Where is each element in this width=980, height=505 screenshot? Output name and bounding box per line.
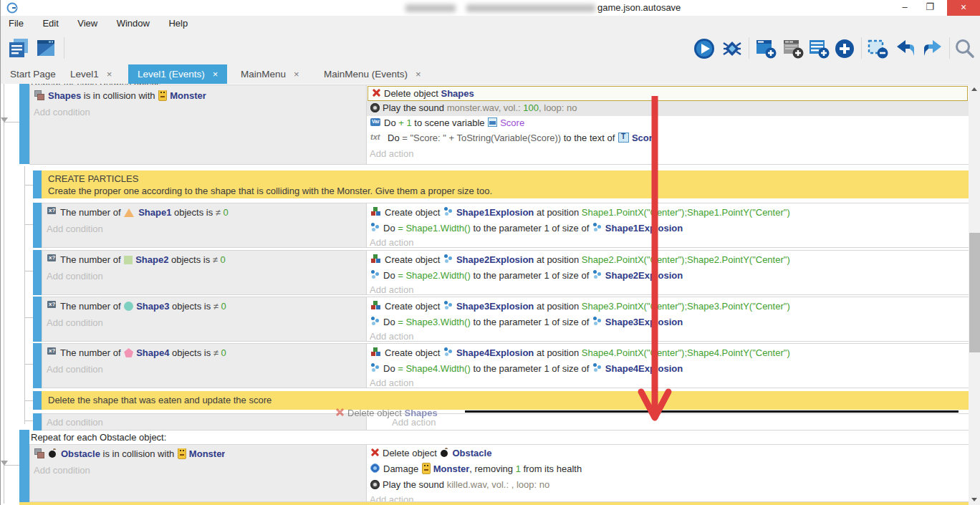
debug-icon[interactable] (721, 37, 744, 60)
action-row[interactable]: Damage Monster, removing 1 from its heal… (367, 462, 969, 477)
action-row-selected[interactable]: Delete object Shapes (368, 86, 968, 101)
add-condition-button[interactable]: Add condition (47, 223, 103, 234)
scroll-down-icon[interactable] (971, 498, 977, 501)
event-selection-bar[interactable] (33, 391, 42, 410)
add-action-button[interactable]: Add action (370, 377, 413, 388)
menu-bar: File Edit View Window Help (1, 16, 980, 32)
event-selection-bar[interactable] (33, 343, 42, 388)
action-row[interactable]: Delete object Obstacle (367, 446, 969, 461)
text-segment: ≠ (216, 207, 224, 218)
tab-level1-events[interactable]: Level1 (Events) × (128, 64, 227, 84)
menu-file[interactable]: File (1, 16, 32, 29)
condition-line[interactable]: The number of Shape1 objects is ≠ 0 (47, 207, 229, 220)
action-row[interactable]: Do = "Score: " + ToString(Variable(Score… (367, 131, 969, 146)
condition-line[interactable]: Obstacle is in collision with Monster (34, 448, 225, 461)
add-condition-button[interactable]: Add condition (34, 107, 90, 117)
monster-icon (422, 463, 431, 473)
scrollbar-thumb[interactable] (969, 233, 980, 352)
undo-icon[interactable] (894, 37, 917, 60)
event-selection-bar[interactable] (33, 170, 42, 198)
event-selection-bar[interactable] (33, 413, 42, 431)
add-comment-icon[interactable] (807, 37, 830, 60)
menu-edit[interactable]: Edit (34, 16, 66, 29)
add-action-button[interactable]: Add action (370, 148, 413, 159)
event-selection-bar[interactable] (33, 203, 42, 248)
event-selection-bar[interactable] (19, 430, 29, 505)
minimize-button[interactable]: – (894, 0, 916, 16)
action-row[interactable]: Do = Shape1.Width() to the parameter 1 o… (367, 221, 969, 236)
project-manager-icon[interactable] (8, 37, 29, 59)
action-row[interactable]: Create object Shape1Explosion at positio… (367, 206, 969, 221)
comment-block[interactable] (19, 502, 969, 505)
tab-start-page[interactable]: Start Page (1, 64, 65, 84)
add-condition-button[interactable]: Add condition (47, 417, 103, 428)
vertical-scrollbar[interactable] (969, 84, 980, 505)
add-circle-icon[interactable] (833, 37, 856, 60)
restore-button[interactable]: ❐ (919, 0, 941, 16)
text-segment: 0 (221, 254, 226, 265)
action-row[interactable]: Create object Shape3Explosion at positio… (367, 299, 969, 314)
add-condition-button[interactable]: Add condition (47, 271, 103, 282)
comment-block[interactable]: CREATE PARTICLES Create the proper one a… (42, 170, 969, 198)
scroll-up-icon[interactable] (971, 87, 977, 91)
add-subevent-icon[interactable] (782, 37, 804, 60)
search-icon[interactable] (953, 37, 976, 60)
text-segment: , loop: no (539, 102, 577, 113)
condition-line[interactable]: The number of Shape2 objects is ≠ 0 (47, 254, 226, 267)
redacted-title-text (405, 4, 456, 12)
close-tab-icon[interactable]: × (415, 69, 421, 80)
action-row[interactable]: Do = Shape3.Width() to the parameter 1 o… (367, 315, 969, 330)
particle-icon (370, 223, 380, 233)
condition-line[interactable]: The number of Shape4 objects is ≠ 0 (47, 347, 226, 360)
text-segment: Score (632, 133, 658, 143)
close-tab-icon[interactable]: × (213, 69, 218, 80)
text-segment: Shapes (441, 88, 474, 99)
action-row[interactable]: Play the sound monster.wav, vol.: 100, l… (367, 101, 969, 116)
add-action-button[interactable]: Add action (370, 494, 413, 501)
action-row[interactable]: Create object Shape4Explosion at positio… (367, 346, 969, 361)
close-tab-icon[interactable]: × (107, 69, 112, 80)
action-row[interactable]: Play the sound killed.wav, vol.: , loop:… (367, 478, 969, 493)
add-action-button[interactable]: Add action (370, 331, 413, 341)
tab-label: Level1 (Events) (138, 69, 205, 80)
menu-help[interactable]: Help (160, 16, 196, 29)
comment-block[interactable]: Delete the shape that was eaten and upda… (42, 391, 969, 410)
event-selection-bar[interactable] (33, 250, 42, 295)
text-segment: 0 (224, 207, 229, 218)
play-preview-icon[interactable] (693, 37, 716, 60)
toolbar-separator (949, 37, 950, 59)
tab-mainmenu[interactable]: MainMenu × (231, 64, 309, 84)
add-condition-button[interactable]: Add condition (34, 465, 90, 476)
close-button[interactable]: × (947, 0, 980, 16)
close-tab-icon[interactable]: × (294, 69, 299, 80)
text-segment: at position (534, 301, 582, 312)
conditions-column: Obstacle is in collision with Monster Ad… (30, 445, 367, 501)
condition-line[interactable]: Shapes is in collision with Monster (34, 90, 206, 103)
action-row[interactable]: Do = Shape2.Width() to the parameter 1 o… (367, 269, 969, 284)
redo-icon[interactable] (921, 37, 944, 60)
action-row[interactable]: Create object Shape2Explosion at positio… (367, 253, 969, 268)
add-action-button[interactable]: Add action (392, 417, 436, 428)
dragged-action-ghost: Delete object Shapes (335, 408, 438, 418)
tab-level1[interactable]: Level1 × (61, 64, 121, 84)
event-selection-bar[interactable] (19, 84, 29, 164)
menu-window[interactable]: Window (109, 16, 158, 29)
tab-mainmenu-events[interactable]: MainMenu (Events) × (314, 64, 431, 84)
event-repeat-header[interactable]: Repeat for each Obstacle object: (31, 432, 166, 443)
event-selection-bar[interactable] (33, 297, 42, 342)
preview-window-icon[interactable] (35, 37, 57, 59)
condition-line[interactable]: The number of Shape3 objects is ≠ 0 (47, 301, 226, 314)
add-action-button[interactable]: Add action (370, 237, 413, 247)
text-segment: ≠ (213, 254, 221, 265)
add-condition-button[interactable]: Add condition (47, 364, 103, 375)
menu-view[interactable]: View (69, 16, 105, 29)
text-segment: The number of (60, 347, 123, 358)
action-row[interactable]: Do + 1 to scene variable Score (367, 116, 969, 131)
action-row[interactable]: Do = Shape4.Width() to the parameter 1 o… (367, 362, 969, 377)
bomb-icon (441, 448, 450, 458)
text-segment: 0 (221, 301, 226, 312)
delete-selection-icon[interactable] (866, 37, 889, 60)
add-event-icon[interactable] (754, 37, 777, 60)
add-condition-button[interactable]: Add condition (47, 317, 103, 328)
add-action-button[interactable]: Add action (370, 284, 413, 294)
